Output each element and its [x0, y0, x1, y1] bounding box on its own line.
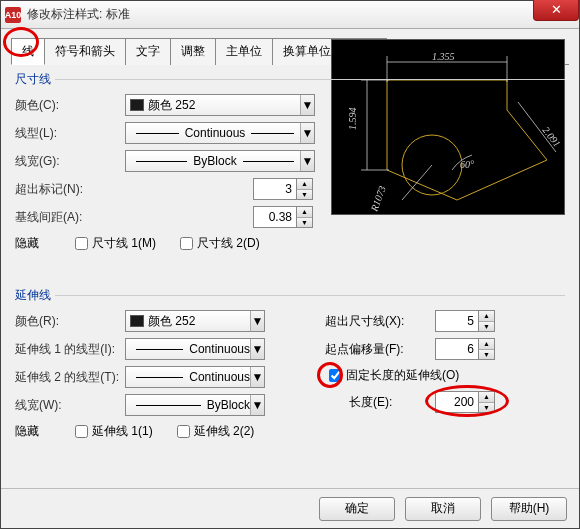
dialog-window: A10 修改标注样式: 标准 ✕ 线 符号和箭头 文字 调整 主单位 换算单位 …	[0, 0, 580, 529]
footer: 确定 取消 帮助(H)	[1, 488, 579, 528]
spin-up-icon[interactable]: ▲	[479, 311, 494, 322]
spin-up-icon[interactable]: ▲	[479, 392, 494, 403]
spin-up-icon[interactable]: ▲	[297, 179, 312, 190]
label-extline-lt1: 延伸线 1 的线型(I):	[15, 341, 125, 358]
tab-line[interactable]: 线	[11, 38, 45, 65]
group-extension-line: 延伸线 颜色(R): 颜色 252 ▼ 延伸线 1 的线型(I):	[15, 295, 565, 447]
label-dimline-lineweight: 线宽(G):	[15, 153, 125, 170]
spin-down-icon[interactable]: ▼	[479, 322, 494, 332]
close-button[interactable]: ✕	[533, 0, 579, 21]
label-extend-tick: 超出标记(N):	[15, 181, 125, 198]
label-extline-color: 颜色(R):	[15, 313, 125, 330]
label-beyond-dimline: 超出尺寸线(X):	[325, 313, 435, 330]
content-area: 尺寸线 颜色(C): 颜色 252 ▼ 线型(L): Continuous ▼	[1, 65, 579, 497]
combo-dimline-linetype-text: Continuous	[185, 126, 246, 140]
label-dimline-hide: 隐藏	[15, 235, 71, 252]
chevron-down-icon: ▼	[300, 151, 314, 171]
line-sample-icon	[136, 349, 183, 350]
checkbox-dimline-hide2[interactable]	[180, 237, 193, 250]
line-sample-icon	[136, 133, 179, 134]
combo-extline-color-text: 颜色 252	[148, 313, 250, 330]
titlebar: A10 修改标注样式: 标准 ✕	[1, 1, 579, 29]
label-extline-lt2: 延伸线 2 的线型(T):	[15, 369, 125, 386]
input-baseline-spacing[interactable]	[253, 206, 297, 228]
tab-fit[interactable]: 调整	[170, 38, 216, 65]
help-button[interactable]: 帮助(H)	[491, 497, 567, 521]
ok-button[interactable]: 确定	[319, 497, 395, 521]
spin-beyond-dimline[interactable]: ▲▼	[435, 310, 495, 332]
input-extend-tick[interactable]	[253, 178, 297, 200]
app-icon: A10	[5, 7, 21, 23]
check-extline-hide2[interactable]: 延伸线 2(2)	[173, 422, 255, 441]
check-dimline-hide1[interactable]: 尺寸线 1(M)	[71, 234, 156, 253]
check-dimline-hide2-text: 尺寸线 2(D)	[197, 235, 260, 252]
input-offset-origin[interactable]	[435, 338, 479, 360]
check-extline-hide2-text: 延伸线 2(2)	[194, 423, 255, 440]
combo-dimline-color-text: 颜色 252	[148, 97, 300, 114]
spin-fixed-length[interactable]: ▲▼	[435, 391, 495, 413]
combo-extline-lt2-text: Continuous	[189, 370, 250, 384]
group-dimension-line: 尺寸线 颜色(C): 颜色 252 ▼ 线型(L): Continuous ▼	[15, 79, 565, 253]
legend-dimline: 尺寸线	[15, 71, 55, 88]
legend-extline: 延伸线	[15, 287, 55, 304]
spin-up-icon[interactable]: ▲	[479, 339, 494, 350]
color-swatch-icon	[130, 99, 144, 111]
line-sample-icon	[251, 133, 294, 134]
spin-offset-origin[interactable]: ▲▼	[435, 338, 495, 360]
input-fixed-length[interactable]	[435, 391, 479, 413]
spin-extend-tick[interactable]: ▲▼	[253, 178, 313, 200]
spin-down-icon[interactable]: ▼	[479, 403, 494, 413]
label-extline-lw: 线宽(W):	[15, 397, 125, 414]
combo-dimline-lineweight-text: ByBlock	[193, 154, 236, 168]
label-extline-hide: 隐藏	[15, 423, 71, 440]
combo-extline-lt1[interactable]: Continuous ▼	[125, 338, 265, 360]
chevron-down-icon: ▼	[250, 339, 264, 359]
checkbox-dimline-hide1[interactable]	[75, 237, 88, 250]
cancel-button[interactable]: 取消	[405, 497, 481, 521]
combo-dimline-lineweight[interactable]: ByBlock ▼	[125, 150, 315, 172]
combo-extline-color[interactable]: 颜色 252 ▼	[125, 310, 265, 332]
checkbox-extline-hide2[interactable]	[177, 425, 190, 438]
chevron-down-icon: ▼	[300, 95, 314, 115]
check-fixed-length-text: 固定长度的延伸线(O)	[346, 367, 459, 384]
check-fixed-length[interactable]: 固定长度的延伸线(O)	[325, 366, 459, 385]
combo-extline-lw-text: ByBlock	[207, 398, 250, 412]
preview-dim-h: 1.355	[432, 51, 455, 62]
spin-up-icon[interactable]: ▲	[297, 207, 312, 218]
line-sample-icon	[243, 161, 294, 162]
label-dimline-color: 颜色(C):	[15, 97, 125, 114]
check-dimline-hide1-text: 尺寸线 1(M)	[92, 235, 156, 252]
checkbox-extline-hide1[interactable]	[75, 425, 88, 438]
check-dimline-hide2[interactable]: 尺寸线 2(D)	[176, 234, 260, 253]
combo-dimline-linetype[interactable]: Continuous ▼	[125, 122, 315, 144]
combo-extline-lw[interactable]: ByBlock ▼	[125, 394, 265, 416]
chevron-down-icon: ▼	[250, 311, 264, 331]
line-sample-icon	[136, 161, 187, 162]
checkbox-fixed-length[interactable]	[329, 369, 342, 382]
spin-baseline-spacing[interactable]: ▲▼	[253, 206, 313, 228]
label-baseline-spacing: 基线间距(A):	[15, 209, 125, 226]
chevron-down-icon: ▼	[250, 367, 264, 387]
chevron-down-icon: ▼	[300, 123, 314, 143]
line-sample-icon	[136, 377, 183, 378]
color-swatch-icon	[130, 315, 144, 327]
chevron-down-icon: ▼	[250, 395, 264, 415]
spin-down-icon[interactable]: ▼	[479, 350, 494, 360]
label-dimline-linetype: 线型(L):	[15, 125, 125, 142]
combo-dimline-color[interactable]: 颜色 252 ▼	[125, 94, 315, 116]
spin-down-icon[interactable]: ▼	[297, 218, 312, 228]
tab-text[interactable]: 文字	[125, 38, 171, 65]
line-sample-icon	[136, 405, 201, 406]
tab-primary-units[interactable]: 主单位	[215, 38, 273, 65]
check-extline-hide1[interactable]: 延伸线 1(1)	[71, 422, 153, 441]
spin-down-icon[interactable]: ▼	[297, 190, 312, 200]
combo-extline-lt1-text: Continuous	[189, 342, 250, 356]
label-fixed-length: 长度(E):	[349, 394, 435, 411]
check-extline-hide1-text: 延伸线 1(1)	[92, 423, 153, 440]
input-beyond-dimline[interactable]	[435, 310, 479, 332]
window-title: 修改标注样式: 标准	[27, 6, 130, 23]
tab-symbols[interactable]: 符号和箭头	[44, 38, 126, 65]
label-offset-origin: 起点偏移量(F):	[325, 341, 435, 358]
combo-extline-lt2[interactable]: Continuous ▼	[125, 366, 265, 388]
close-icon: ✕	[551, 2, 562, 17]
